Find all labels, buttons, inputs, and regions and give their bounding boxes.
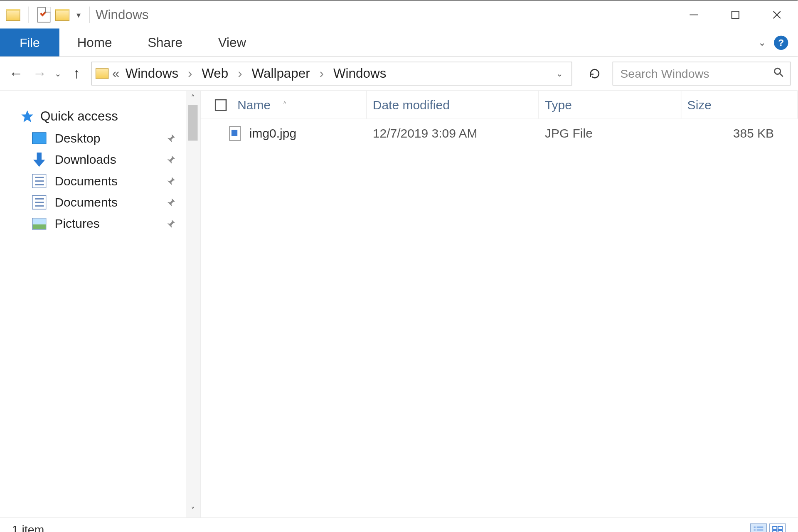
app-folder-icon — [6, 9, 20, 21]
overflow-chevron-icon[interactable]: « — [112, 66, 119, 81]
scroll-up-icon[interactable]: ˄ — [191, 91, 195, 105]
sidebar-item-pictures[interactable]: Pictures — [0, 213, 200, 234]
pin-icon — [165, 197, 176, 208]
select-all-checkbox[interactable] — [215, 99, 227, 111]
file-type: JPG File — [539, 126, 682, 140]
documents-icon — [32, 174, 46, 188]
file-size: 385 KB — [681, 126, 798, 140]
sidebar-item-label: Quick access — [40, 108, 118, 124]
qat-dropdown-icon[interactable]: ▾ — [74, 10, 83, 20]
search-icon[interactable] — [773, 66, 784, 81]
column-header-date[interactable]: Date modified — [367, 91, 539, 118]
sidebar-item-desktop[interactable]: Desktop — [0, 128, 200, 149]
minimize-button[interactable] — [673, 1, 714, 29]
svg-point-4 — [775, 68, 781, 74]
breadcrumb-segment[interactable]: Web — [200, 66, 231, 81]
quick-access-toolbar: ▾ — [0, 7, 83, 23]
details-view-button[interactable] — [750, 523, 767, 532]
sidebar-item-label: Desktop — [54, 131, 100, 145]
pin-icon — [165, 154, 176, 165]
svg-rect-14 — [778, 526, 782, 529]
navigation-bar: ← → ⌄ ↑ « Windows › Web › Wallpaper › Wi… — [0, 57, 798, 90]
titlebar: ▾ Windows — [0, 1, 798, 29]
column-header-size[interactable]: Size — [681, 91, 798, 118]
pin-icon — [165, 176, 176, 187]
address-dropdown-icon[interactable]: ⌄ — [552, 69, 568, 79]
new-folder-icon[interactable] — [55, 9, 69, 21]
refresh-button[interactable] — [583, 62, 606, 86]
file-tab[interactable]: File — [0, 29, 59, 57]
file-name: img0.jpg — [249, 126, 296, 140]
sidebar-item-quick-access[interactable]: Quick access — [0, 105, 200, 128]
address-bar[interactable]: « Windows › Web › Wallpaper › Windows ⌄ — [91, 62, 572, 86]
sort-asc-icon: ˄ — [283, 100, 287, 110]
ribbon: File Home Share View ⌄ ? — [0, 29, 798, 57]
sidebar-item-label: Pictures — [54, 217, 99, 231]
search-input[interactable] — [619, 66, 749, 81]
file-row[interactable]: img0.jpg 12/7/2019 3:09 AM JPG File 385 … — [201, 119, 798, 148]
chevron-right-icon[interactable]: › — [184, 66, 196, 81]
desktop-icon — [32, 132, 46, 144]
chevron-right-icon[interactable]: › — [316, 66, 328, 81]
column-header-name[interactable]: Name ˄ — [201, 91, 367, 118]
back-button[interactable]: ← — [7, 65, 25, 82]
status-bar: 1 item — [0, 517, 798, 532]
column-label: Size — [687, 98, 712, 112]
file-date: 12/7/2019 3:09 AM — [367, 126, 539, 140]
sidebar-item-downloads[interactable]: Downloads — [0, 149, 200, 170]
svg-line-5 — [780, 74, 783, 76]
up-button[interactable]: ↑ — [68, 65, 86, 82]
svg-rect-13 — [773, 526, 777, 529]
window-title: Windows — [96, 7, 148, 22]
close-button[interactable] — [756, 1, 798, 29]
navigation-pane: Quick access Desktop Downloads Documents… — [0, 91, 201, 517]
svg-rect-1 — [732, 11, 739, 18]
column-label: Type — [545, 98, 572, 112]
sidebar-scrollbar[interactable]: ˄ ˅ — [186, 91, 200, 517]
ribbon-collapse-icon[interactable]: ⌄ — [758, 37, 766, 48]
scrollbar-thumb[interactable] — [188, 105, 198, 141]
svg-marker-6 — [21, 111, 33, 123]
pin-icon — [165, 219, 176, 229]
scroll-down-icon[interactable]: ˅ — [191, 503, 195, 517]
tab-home[interactable]: Home — [59, 29, 130, 57]
pin-icon — [165, 133, 176, 144]
documents-icon — [32, 195, 46, 209]
column-header-type[interactable]: Type — [539, 91, 682, 118]
search-box[interactable] — [613, 62, 791, 86]
breadcrumb-segment[interactable]: Windows — [123, 66, 181, 81]
file-list: Name ˄ Date modified Type Size img0.jpg — [201, 91, 798, 517]
column-label: Date modified — [373, 98, 450, 112]
column-label: Name — [237, 98, 271, 112]
history-dropdown-icon[interactable]: ⌄ — [54, 69, 62, 79]
sidebar-item-documents[interactable]: Documents — [0, 192, 200, 213]
quick-access-icon — [20, 109, 34, 123]
breadcrumb-segment[interactable]: Windows — [331, 66, 389, 81]
column-headers: Name ˄ Date modified Type Size — [201, 91, 798, 119]
tab-view[interactable]: View — [200, 29, 264, 57]
maximize-button[interactable] — [714, 1, 756, 29]
svg-rect-15 — [773, 530, 777, 532]
sidebar-item-documents[interactable]: Documents — [0, 170, 200, 192]
properties-icon[interactable] — [37, 7, 50, 22]
folder-icon — [96, 68, 108, 79]
thumbnails-view-button[interactable] — [769, 523, 786, 532]
separator — [29, 7, 29, 23]
status-text: 1 item — [12, 523, 44, 532]
breadcrumb-segment[interactable]: Wallpaper — [249, 66, 313, 81]
image-file-icon — [229, 126, 241, 140]
sidebar-item-label: Documents — [54, 174, 118, 188]
sidebar-item-label: Documents — [54, 195, 118, 209]
tab-share[interactable]: Share — [130, 29, 200, 57]
chevron-right-icon[interactable]: › — [234, 66, 246, 81]
separator — [89, 7, 89, 23]
sidebar-item-label: Downloads — [54, 153, 116, 167]
forward-button[interactable]: → — [31, 65, 49, 82]
pictures-icon — [32, 218, 46, 230]
help-icon[interactable]: ? — [774, 35, 788, 49]
downloads-icon — [32, 154, 46, 166]
svg-rect-16 — [778, 530, 782, 532]
